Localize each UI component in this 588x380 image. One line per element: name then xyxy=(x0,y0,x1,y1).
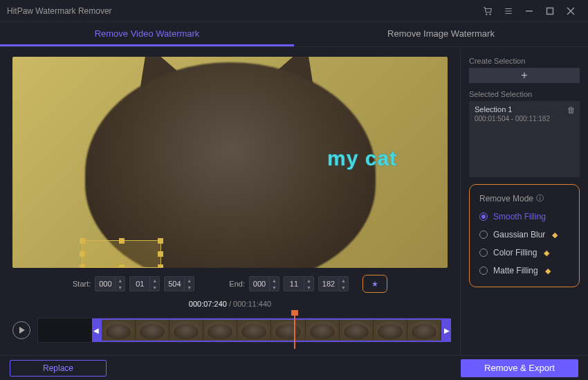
timeline-track[interactable]: ◀ ▶ xyxy=(37,318,448,343)
start-label: Start: xyxy=(73,280,91,288)
time-range-row: Start: 000▲▼ 01▲▼ 504▲▼ End: 000▲▼ 11▲▼ … xyxy=(12,276,448,291)
remove-mode-panel: Remove Mode ⓘ Smooth Filling Gaussian Bl… xyxy=(469,184,580,287)
end-minutes-stepper[interactable]: 11▲▼ xyxy=(284,276,314,291)
svg-point-1 xyxy=(490,14,490,15)
selection-item[interactable]: Selection 1 000:01:504 - 000:11:182 🗑 xyxy=(469,101,580,177)
mode-gaussian-blur[interactable]: Gaussian Blur◆ xyxy=(479,230,569,239)
selection-range: 000:01:504 - 000:11:182 xyxy=(475,115,574,123)
playhead[interactable] xyxy=(294,313,295,349)
selected-selection-label: Selected Selection xyxy=(469,90,580,98)
start-hours-stepper[interactable]: 000▲▼ xyxy=(95,276,125,291)
premium-icon: ◆ xyxy=(544,248,549,257)
video-preview[interactable]: my cat xyxy=(12,57,448,268)
replace-button[interactable]: Replace xyxy=(10,360,107,377)
svg-rect-2 xyxy=(547,8,553,14)
play-button[interactable] xyxy=(12,321,30,339)
end-hours-stepper[interactable]: 000▲▼ xyxy=(249,276,279,291)
create-selection-label: Create Selection xyxy=(469,57,580,65)
watermark-text: my cat xyxy=(327,147,397,170)
premium-icon: ◆ xyxy=(545,266,551,275)
start-minutes-stepper[interactable]: 01▲▼ xyxy=(129,276,160,291)
minimize-button[interactable] xyxy=(519,3,540,19)
app-title: HitPaw Watermark Remover xyxy=(7,6,477,16)
tab-image-watermark[interactable]: Remove Image Watermark xyxy=(294,22,588,46)
close-button[interactable] xyxy=(560,3,581,19)
remove-mode-label: Remove Mode xyxy=(479,194,533,203)
cart-icon[interactable] xyxy=(477,3,498,19)
star-icon-button[interactable]: ★ xyxy=(362,275,387,293)
segment-handle-right[interactable]: ▶ xyxy=(443,318,451,342)
help-icon[interactable]: ⓘ xyxy=(536,193,544,203)
remove-export-button[interactable]: Remove & Export xyxy=(461,359,578,377)
selection-name: Selection 1 xyxy=(475,105,574,114)
mode-smooth-filling[interactable]: Smooth Filling xyxy=(479,212,569,221)
time-total: 000:11:440 xyxy=(233,300,271,308)
time-current: 000:07:240 xyxy=(189,300,227,308)
add-selection-button[interactable]: + xyxy=(469,68,580,83)
mode-tabs: Remove Video Watermark Remove Image Wate… xyxy=(0,22,588,47)
mode-matte-filling[interactable]: Matte Filling◆ xyxy=(479,266,569,275)
title-bar: HitPaw Watermark Remover xyxy=(0,0,588,22)
segment-handle-left[interactable]: ◀ xyxy=(92,318,100,342)
end-label: End: xyxy=(229,280,245,288)
end-ms-stepper[interactable]: 182▲▼ xyxy=(318,276,349,291)
trash-icon[interactable]: 🗑 xyxy=(567,105,576,115)
footer: Replace Remove & Export xyxy=(0,355,588,380)
play-icon xyxy=(19,327,25,334)
maximize-button[interactable] xyxy=(540,3,560,19)
premium-icon: ◆ xyxy=(552,230,558,239)
start-ms-stepper[interactable]: 504▲▼ xyxy=(164,276,194,291)
timeline-segment[interactable] xyxy=(100,318,443,342)
svg-point-0 xyxy=(486,14,487,15)
tab-video-watermark[interactable]: Remove Video Watermark xyxy=(0,22,294,46)
timecode-display: 000:07:240 / 000:11:440 xyxy=(12,300,448,308)
mode-color-filling[interactable]: Color Filling◆ xyxy=(479,248,569,257)
watermark-selection-box[interactable] xyxy=(82,240,161,268)
menu-icon[interactable] xyxy=(498,3,519,19)
